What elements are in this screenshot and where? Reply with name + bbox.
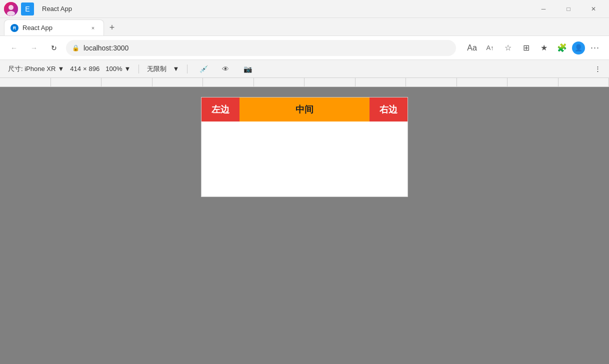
more-button[interactable]: ··· — [587, 40, 603, 56]
inspect-button[interactable]: 👁 — [218, 61, 234, 77]
zoom-value: 100% — [106, 65, 122, 72]
url-display: localhost:3000 — [84, 44, 450, 52]
react-app-content: 左边 中间 右边 — [202, 98, 408, 122]
zoom-dropdown-icon: ▼ — [124, 65, 131, 72]
ruler-tick — [304, 78, 356, 86]
tab-title-text: React App — [42, 5, 72, 12]
viewport-area: 左边 中间 右边 — [0, 87, 609, 364]
close-button[interactable]: ✕ — [582, 0, 605, 18]
left-box: 左边 — [202, 98, 240, 122]
tab-label: React App — [22, 24, 52, 32]
read-view-button[interactable]: Aa — [464, 40, 480, 56]
width-value: 414 — [70, 65, 81, 72]
ruler — [0, 78, 609, 87]
minimize-button[interactable]: ─ — [532, 0, 555, 18]
browser-avatar — [4, 2, 18, 16]
browser-logo: E — [21, 2, 34, 16]
new-tab-button[interactable]: + — [104, 20, 120, 36]
dimension-display: 414 × 896 — [70, 65, 100, 72]
right-box: 右边 — [370, 98, 408, 122]
ruler-tick — [508, 78, 558, 86]
main-content: 尺寸: iPhone XR ▼ 414 × 896 100% ▼ 无限制 ▼ 💉… — [0, 60, 609, 364]
more-options-button[interactable]: ⋮ — [594, 65, 601, 72]
limit-dropdown-icon: ▼ — [172, 65, 179, 72]
flex-container: 左边 中间 右边 — [202, 98, 408, 122]
height-value: 896 — [89, 65, 100, 72]
forward-button[interactable]: → — [26, 40, 42, 56]
toolbar-separator2 — [187, 64, 188, 74]
phone-frame: 左边 中间 右边 — [201, 97, 408, 197]
ruler-tick — [102, 78, 152, 86]
window-controls: ─ □ ✕ — [532, 0, 605, 18]
split-view-button[interactable]: ⊞ — [518, 40, 534, 56]
svg-point-1 — [8, 5, 14, 10]
browser-toolbar-icons: Aa A↑ ☆ ⊞ ★ 🧩 👤 ··· — [464, 40, 603, 56]
toolbar-separator — [138, 64, 139, 74]
title-bar-left: E — [4, 2, 34, 16]
address-input-wrap[interactable]: 🔒 localhost:3000 — [66, 40, 456, 56]
center-box: 中间 — [240, 98, 370, 122]
device-selector[interactable]: 尺寸: iPhone XR ▼ — [8, 64, 64, 74]
collections-button[interactable]: ★ — [536, 40, 552, 56]
browser-tab-active[interactable]: R React App × — [4, 20, 104, 36]
device-toolbar: 尺寸: iPhone XR ▼ 414 × 896 100% ▼ 无限制 ▼ 💉… — [0, 60, 609, 78]
text-size-button[interactable]: A↑ — [482, 40, 498, 56]
lock-icon: 🔒 — [72, 44, 80, 52]
eyedropper-button[interactable]: 💉 — [196, 61, 212, 77]
maximize-button[interactable]: □ — [557, 0, 580, 18]
ruler-tick — [356, 78, 406, 86]
zoom-selector[interactable]: 100% ▼ — [106, 65, 130, 72]
device-dropdown-icon: ▼ — [58, 65, 64, 72]
ruler-tick — [558, 78, 610, 86]
dimension-x: × — [83, 65, 87, 72]
ruler-tick — [0, 78, 51, 86]
ruler-tick — [254, 78, 305, 86]
refresh-button[interactable]: ↻ — [46, 40, 62, 56]
tab-bar: R React App × + — [0, 18, 609, 36]
favorites-button[interactable]: ☆ — [500, 40, 516, 56]
ruler-tick — [51, 78, 102, 86]
address-bar: ← → ↻ 🔒 localhost:3000 Aa A↑ ☆ ⊞ ★ 🧩 👤 ·… — [0, 36, 609, 60]
profile-button[interactable]: 👤 — [572, 42, 585, 54]
tab-favicon: R — [10, 24, 18, 32]
device-label: 尺寸: iPhone XR — [8, 64, 56, 74]
ruler-tick — [203, 78, 254, 86]
back-button[interactable]: ← — [6, 40, 22, 56]
capture-button[interactable]: 📷 — [240, 61, 256, 77]
ruler-tick — [457, 78, 508, 86]
tab-close-button[interactable]: × — [88, 24, 98, 32]
ruler-tick — [152, 78, 204, 86]
svg-point-2 — [7, 11, 15, 16]
limit-label: 无限制 — [147, 64, 166, 74]
title-bar: E React App ─ □ ✕ — [0, 0, 609, 18]
ruler-tick — [406, 78, 457, 86]
extensions-button[interactable]: 🧩 — [554, 40, 570, 56]
